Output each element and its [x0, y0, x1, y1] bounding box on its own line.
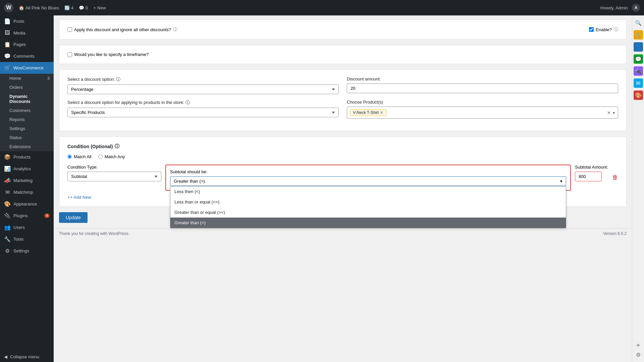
right-search-icon[interactable]: 🔍 [634, 18, 643, 27]
product-chevron-icon[interactable]: ▾ [613, 110, 615, 115]
subtotal-select-wrapper: Greater than (>) ▾ Less then (<) Less th… [170, 176, 566, 186]
condition-row: Condition Type: Subtotal Total Items Use… [67, 165, 618, 191]
timeframe-checkbox-label[interactable]: Would you like to specify a timeframe? [67, 52, 618, 57]
new-button[interactable]: + New [93, 5, 106, 10]
enable-checkbox[interactable] [589, 27, 594, 32]
updates-button[interactable]: 🔄 4 [64, 5, 73, 10]
sidebar-item-settings[interactable]: ⚙ Settings [0, 245, 54, 257]
condition-delete-button[interactable]: 🗑 [612, 174, 618, 181]
right-plus-icon[interactable]: + [634, 341, 643, 350]
subtotal-amount-input[interactable] [575, 172, 602, 181]
sidebar-sub-item-status[interactable]: Status [0, 133, 54, 142]
woocommerce-icon: 🛒 [4, 65, 11, 71]
subtotal-should-be-input[interactable]: Greater than (>) ▾ [170, 176, 566, 186]
sidebar-sub-item-dynamic-discounts[interactable]: Dynamic Discounts [0, 92, 54, 106]
right-sidebar-bottom: + ⚙ [634, 341, 643, 359]
comments-button[interactable]: 💬 0 [79, 5, 88, 10]
sidebar-item-tools[interactable]: 🔧 Tools [0, 233, 54, 245]
condition-type-group: Condition Type: Subtotal Total Items Use… [67, 165, 161, 181]
sidebar-sub-item-customers[interactable]: Customers [0, 106, 54, 115]
sidebar-item-analytics[interactable]: 📊 Analytics [0, 163, 54, 175]
collapse-icon: ◀ [4, 354, 7, 359]
sidebar-item-media[interactable]: 🖼 Media [0, 27, 54, 39]
sidebar-item-users[interactable]: 👥 Users [0, 222, 54, 233]
wp-logo[interactable]: W [4, 3, 13, 12]
discount-option-info-icon: ⓘ [116, 77, 120, 82]
discount-amount-group: Discount amount: [347, 76, 618, 94]
discount-option-select[interactable]: Percentage Fixed Free Shipping [67, 84, 339, 94]
content-area: Apply this discount and ignore all other… [54, 15, 632, 362]
right-red-icon[interactable]: 🎨 [634, 90, 643, 100]
match-radio-group: Match All Match Any [67, 154, 618, 159]
analytics-icon: 📊 [4, 166, 11, 172]
product-option-label: Select a discount option for applying to… [67, 100, 339, 106]
right-settings-icon[interactable]: ⚙ [634, 350, 643, 359]
product-option-info-icon: ⓘ [185, 100, 190, 105]
apply-discount-checkbox-label[interactable]: Apply this discount and ignore all other… [67, 26, 177, 33]
choose-products-label: Choose Product(s) [347, 100, 618, 105]
subtotal-box: Subtotal should be: Greater than (>) ▾ L… [165, 165, 571, 191]
sidebar-item-products[interactable]: 📦 Products [0, 151, 54, 163]
dropdown-item-less-than[interactable]: Less then (<) [170, 186, 566, 197]
dropdown-item-greater-than[interactable]: Greater than (>) [170, 218, 566, 228]
product-clear-button[interactable]: ✕ [607, 110, 611, 115]
right-sidebar: 🔍 🛒 👤 💬 🔌 ✉ 🎨 + ⚙ [632, 15, 644, 362]
discount-amount-input[interactable] [347, 83, 618, 93]
sidebar-item-pages[interactable]: 📋 Pages [0, 39, 54, 50]
sidebar-item-appearance[interactable]: 🎨 Appearance [0, 198, 54, 210]
match-any-label[interactable]: Match Any [98, 154, 125, 159]
dropdown-item-less-than-equal[interactable]: Less than or equal (<=) [170, 197, 566, 207]
sidebar-item-plugins[interactable]: 🔌 Plugins 4 [0, 210, 54, 222]
right-blue-icon[interactable]: 👤 [634, 42, 643, 52]
product-select-box[interactable]: V-Neck T-Shirt ✕ ✕ ▾ [347, 107, 618, 119]
right-green-icon[interactable]: 💬 [634, 54, 643, 64]
enable-info-icon: ⓘ [614, 26, 618, 33]
sidebar-sub-item-settings[interactable]: Settings [0, 124, 54, 133]
plugins-icon: 🔌 [4, 213, 11, 219]
match-all-radio[interactable] [67, 155, 72, 159]
condition-type-select[interactable]: Subtotal Total Items User Role [67, 172, 161, 181]
condition-type-label: Condition Type: [67, 165, 161, 170]
right-purple-icon[interactable]: 🔌 [634, 66, 643, 76]
users-icon: 👥 [4, 224, 11, 231]
product-option-select[interactable]: All Products Specific Products Specific … [67, 108, 339, 117]
apply-discount-info-icon: ⓘ [173, 26, 177, 33]
sidebar-item-comments[interactable]: 💬 Comments [0, 50, 54, 62]
sidebar-item-marketing[interactable]: 📣 Marketing [0, 175, 54, 186]
enable-checkbox-label[interactable]: Enable? ⓘ [589, 26, 618, 33]
tools-icon: 🔧 [4, 236, 11, 242]
discount-options-card: Select a discount option: ⓘ Percentage F… [59, 69, 627, 131]
sidebar: 📄 Posts 🖼 Media 📋 Pages 💬 Comments 🛒 Woo… [0, 15, 54, 362]
mailchimp-icon: ✉ [4, 189, 11, 195]
timeframe-checkbox[interactable] [67, 52, 72, 57]
admin-avatar[interactable]: A [632, 4, 640, 12]
sidebar-sub-item-extensions[interactable]: Extensions [0, 142, 54, 151]
discount-option-label: Select a discount option: ⓘ [67, 76, 339, 82]
dropdown-item-greater-than-equal[interactable]: Greater than or equal (>=) [170, 207, 566, 218]
sidebar-item-posts[interactable]: 📄 Posts [0, 15, 54, 27]
sidebar-sub-item-reports[interactable]: Reports [0, 115, 54, 124]
subtotal-should-be-label: Subtotal should be: [170, 169, 566, 174]
apply-discount-checkbox[interactable] [67, 27, 72, 32]
update-button[interactable]: Update [59, 212, 88, 223]
pages-icon: 📋 [4, 41, 11, 48]
footer-version: Version 6.5.2 [603, 231, 627, 236]
match-all-label[interactable]: Match All [67, 154, 92, 159]
subtotal-amount-wrapper: Subtotal Amount: [575, 165, 608, 181]
match-any-radio[interactable] [98, 155, 103, 159]
top-options-card: Apply this discount and ignore all other… [59, 19, 627, 40]
right-teal-icon[interactable]: ✉ [634, 78, 643, 88]
subtotal-dropdown-menu: Less then (<) Less than or equal (<=) Gr… [170, 186, 566, 228]
appearance-icon: 🎨 [4, 201, 11, 207]
product-tag-remove[interactable]: ✕ [380, 110, 383, 115]
collapse-menu-button[interactable]: ◀ Collapse menu [0, 352, 54, 362]
right-orange-icon[interactable]: 🛒 [634, 30, 643, 40]
posts-icon: 📄 [4, 18, 11, 24]
sidebar-sub-item-home[interactable]: Home 3 [0, 74, 54, 83]
condition-info-icon: ⓘ [115, 143, 119, 149]
marketing-icon: 📣 [4, 177, 11, 184]
sidebar-item-woocommerce[interactable]: 🛒 WooCommerce [0, 62, 54, 74]
sidebar-item-mailchimp[interactable]: ✉ Mailchimp [0, 186, 54, 198]
sidebar-sub-item-orders[interactable]: Orders [0, 83, 54, 92]
site-name[interactable]: 🏠 All Pink No Blues [19, 5, 59, 10]
